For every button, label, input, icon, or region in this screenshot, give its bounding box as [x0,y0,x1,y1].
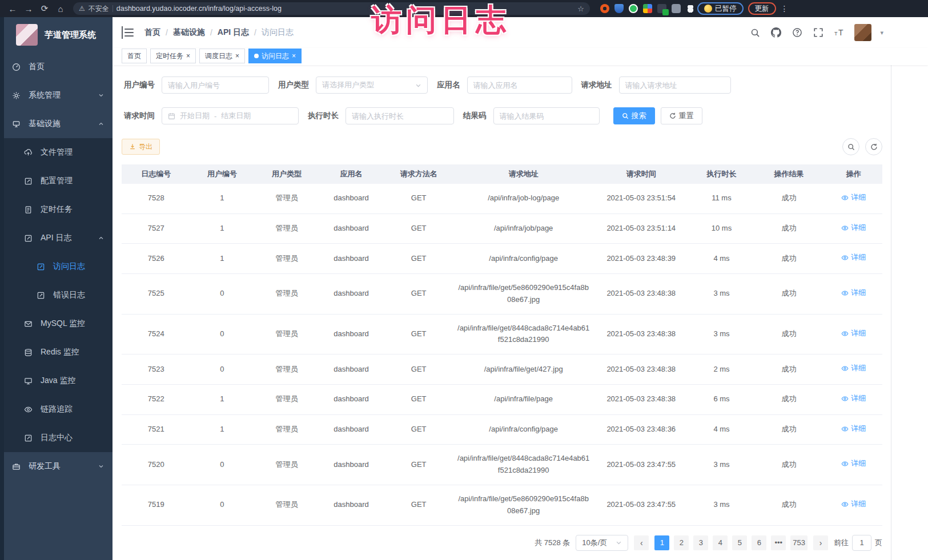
browser-forward-icon[interactable]: → [22,2,35,15]
fullscreen-icon[interactable] [812,26,825,39]
search-button[interactable]: 搜索 [613,107,655,124]
user-id-input[interactable] [162,76,269,94]
eye-icon [24,405,33,414]
sidebar-item-redis[interactable]: Redis 监控 [0,338,113,366]
sidebar-item-config-manage[interactable]: 配置管理 [0,167,113,195]
user-avatar[interactable] [854,24,871,41]
view-tab[interactable]: 定时任务 × [150,49,196,63]
search-icon[interactable] [749,26,761,39]
cell-user-type: 管理员 [254,354,320,385]
sidebar-item-api-log[interactable]: API 日志 [0,224,113,252]
detail-link[interactable]: 详细 [841,287,866,299]
sidebar-item-java[interactable]: Java 监控 [0,366,113,395]
breadcrumb-link[interactable]: API 日志 [218,27,249,38]
profile-paused-pill[interactable]: 已暂停 [697,2,744,15]
view-tab[interactable]: 调度日志 × [199,49,245,63]
detail-link[interactable]: 详细 [841,458,866,470]
date-range-picker[interactable]: 开始日期 - 结束日期 [162,107,299,124]
page-button[interactable]: 6 [752,535,766,550]
cell-result: 成功 [753,314,825,354]
goto-page-input[interactable] [852,535,871,551]
next-page-button[interactable]: › [813,535,828,550]
sidebar-item-log-center[interactable]: 日志中心 [0,424,113,452]
detail-link[interactable]: 详细 [841,362,866,374]
prev-page-button[interactable]: ‹ [634,535,649,550]
column-header: 应用名 [320,164,383,184]
sidebar-item-error-log[interactable]: 错误日志 [0,281,113,309]
app-name-input[interactable] [467,76,572,94]
breadcrumb-link[interactable]: 基础设施 [173,27,205,38]
sidebar-item-home[interactable]: 首页 [0,53,113,81]
page-button[interactable]: 1 [654,535,669,550]
security-label[interactable]: 不安全 [89,4,109,14]
sidebar-item-job[interactable]: 定时任务 [0,195,113,224]
address-bar[interactable]: ⚠ 不安全 dashboard.yudao.iocoder.cn/infra/l… [73,2,590,15]
detail-link[interactable]: 详细 [841,252,866,264]
update-button[interactable]: 更新 [748,2,776,15]
close-icon[interactable]: × [186,52,190,60]
sidebar-item-trace[interactable]: 链路追踪 [0,395,113,424]
extension-paw-icon[interactable] [686,4,695,13]
cell-duration: 3 ms [690,485,753,525]
help-icon[interactable] [791,26,804,39]
avatar-caret-icon[interactable]: ▾ [880,29,883,37]
sidebar-item-mysql[interactable]: MySQL 监控 [0,309,113,338]
bookmark-star-icon[interactable]: ☆ [577,5,584,13]
view-tab[interactable]: 首页 [122,49,147,63]
close-icon[interactable]: × [292,52,296,60]
page-size-select[interactable]: 10条/页 [576,535,628,551]
close-icon[interactable]: × [235,52,239,60]
sidebar-item-system[interactable]: 系统管理 [0,81,113,110]
extension-shield-icon[interactable] [614,4,624,13]
detail-link[interactable]: 详细 [841,498,866,510]
breadcrumb-link[interactable]: 首页 [144,27,160,38]
detail-link[interactable]: 详细 [841,222,866,234]
sidebar-item-access-log[interactable]: 访问日志 [0,252,113,281]
sidebar-item-label: 系统管理 [29,90,90,100]
browser-home-icon[interactable]: ⌂ [54,2,67,15]
sidebar-item-file-manage[interactable]: 文件管理 [0,138,113,167]
cell-log-id: 7520 [122,445,191,485]
browser-reload-icon[interactable]: ⟳ [38,2,51,15]
font-size-icon[interactable]: TT [833,26,846,39]
result-code-input[interactable] [493,107,600,124]
extension-orange-icon[interactable] [600,4,609,13]
detail-link[interactable]: 详细 [841,393,866,405]
sidebar-item-devtools[interactable]: 研发工具 [0,452,113,481]
page-button[interactable]: ••• [771,535,786,550]
page-button[interactable]: 2 [674,535,689,550]
github-icon[interactable] [770,26,782,39]
user-type-select[interactable]: 请选择用户类型 [316,76,428,94]
toggle-search-button[interactable] [842,138,859,155]
refresh-table-button[interactable] [865,138,882,155]
page-button[interactable]: 753 [790,535,808,550]
gear-icon [12,91,21,100]
page-button[interactable]: 3 [693,535,708,550]
collapse-sidebar-icon[interactable] [122,26,134,39]
browser-menu-dots-icon[interactable]: ⋮ [781,4,789,13]
extension-green-icon[interactable] [629,4,638,13]
browser-back-icon[interactable]: ← [6,2,19,15]
tab-label: 首页 [127,51,141,61]
detail-link[interactable]: 详细 [841,328,866,340]
cell-actions: 详细 [825,485,882,525]
sidebar-item-label: 基础设施 [29,119,90,129]
breadcrumb-link[interactable]: 访问日志 [262,27,294,38]
request-url-input[interactable] [619,76,731,94]
duration-input[interactable] [346,107,454,124]
reset-button[interactable]: 重置 [661,107,702,124]
extension-badge-icon[interactable] [657,4,666,13]
export-button[interactable]: 导出 [122,139,160,155]
extension-grid-icon[interactable] [643,4,652,13]
app-logo[interactable]: 芋道管理系统 [0,17,113,53]
detail-link[interactable]: 详细 [841,192,866,204]
page-button[interactable]: 5 [732,535,747,550]
sidebar-item-infra[interactable]: 基础设施 [0,110,113,138]
page-button[interactable]: 4 [713,535,728,550]
view-tab[interactable]: 访问日志 × [248,49,302,63]
filter-user-id: 用户编号 [122,76,269,94]
url-text[interactable]: dashboard.yudao.iocoder.cn/infra/log/api… [116,5,575,13]
extension-gray-icon[interactable] [672,4,681,13]
detail-link[interactable]: 详细 [841,423,866,435]
scrollbar-track [891,65,891,560]
